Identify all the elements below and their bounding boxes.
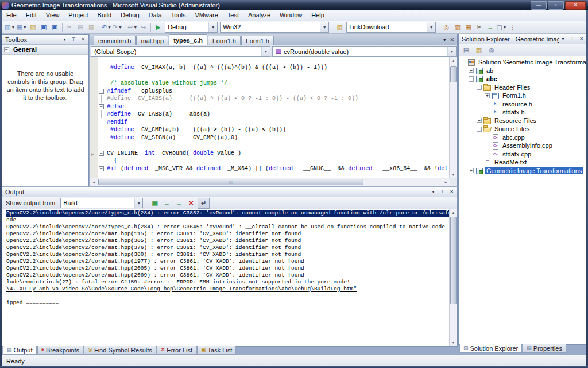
window-position-button[interactable]: ▾ xyxy=(61,36,68,43)
member-combo[interactable]: cvRound(double value) ▼ xyxy=(272,46,457,57)
build-tools-button[interactable]: ✂ xyxy=(474,22,485,33)
search-scope-button[interactable]: ▨ xyxy=(334,22,345,33)
tree-item-readme-txt[interactable]: ReadMe.txt xyxy=(459,158,587,167)
restore-button[interactable]: ▫ xyxy=(548,1,564,10)
panel-tab-error-list[interactable]: ✕Error List xyxy=(157,346,196,355)
output-source-combo[interactable]: Build ▼ xyxy=(60,198,143,208)
window-position-button[interactable]: ▾ xyxy=(559,36,567,43)
view-class-diagram-button[interactable]: ◎ xyxy=(486,45,497,55)
scroll-left-icon[interactable]: ◄ xyxy=(90,178,98,186)
menu-vmware[interactable]: VMware xyxy=(190,10,222,21)
close-button[interactable]: ✕ xyxy=(565,1,586,10)
property-pages-button[interactable]: ▦ xyxy=(463,22,474,33)
chevron-down-icon[interactable]: ▼ xyxy=(118,25,122,29)
tree-item-solution-geometric-image-transformations-3[interactable]: Solution 'Geometric Image Transformation… xyxy=(459,58,587,67)
tree-item-resource-h[interactable]: resource.h xyxy=(459,100,587,109)
chevron-down-icon[interactable]: ▼ xyxy=(11,25,15,29)
chevron-down-icon[interactable]: ▼ xyxy=(23,25,27,29)
close-button[interactable]: ✕ xyxy=(448,189,455,195)
panel-tab-solution-explorer[interactable]: ▧Solution Explorer xyxy=(459,344,522,353)
navigate-forward-button[interactable]: ↪ xyxy=(138,22,149,33)
panel-tab-task-list[interactable]: ▣Task List xyxy=(197,346,236,355)
tree-item-assemblyinfo-cpp[interactable]: AssemblyInfo.cpp xyxy=(459,141,587,150)
expand-icon[interactable]: + xyxy=(477,118,482,123)
tab-form1-h[interactable]: Form1.h xyxy=(208,36,241,45)
collapse-icon[interactable]: − xyxy=(4,47,9,52)
next-message-button[interactable]: → xyxy=(173,198,184,208)
minimize-button[interactable]: — xyxy=(531,1,547,10)
menu-edit[interactable]: Edit xyxy=(21,10,41,21)
paste-button[interactable]: ▧ xyxy=(86,22,97,33)
output-link-line[interactable]: \4. Xu Ly Anh Va Video So\Code\Source Co… xyxy=(6,286,450,293)
scrollbar-thumb[interactable] xyxy=(450,66,457,82)
new-project-button[interactable]: ▥▼ xyxy=(4,22,16,33)
properties-button[interactable]: ▤ xyxy=(461,45,472,55)
pin-icon[interactable]: ⊤ xyxy=(439,189,446,195)
menu-project[interactable]: Project xyxy=(64,10,92,21)
tree-item-abc-cpp[interactable]: abc.cpp xyxy=(459,133,587,142)
pin-icon[interactable]: ⊤ xyxy=(568,36,576,43)
cut-button[interactable]: ✂ xyxy=(64,22,75,33)
solution-platforms-combo[interactable]: Win32 ▼ xyxy=(220,22,329,33)
output-vertical-scrollbar[interactable]: ▲ ▼ xyxy=(449,209,457,346)
toolbar-options-button[interactable]: ⋮ xyxy=(508,22,519,33)
chevron-down-icon[interactable]: ▼ xyxy=(261,47,270,56)
code-editor[interactable]: #define CV_IMAX(a, b) ((a) ^ (((a)^(b)) … xyxy=(90,57,450,178)
document-list-icon[interactable]: ▾ xyxy=(443,37,446,43)
scroll-up-icon[interactable]: ▲ xyxy=(450,209,457,216)
goto-message-button[interactable]: ▣ xyxy=(149,198,160,208)
solution-configurations-combo[interactable]: Debug ▼ xyxy=(165,22,218,33)
show-all-files-button[interactable]: ▧ xyxy=(473,45,485,55)
chevron-down-icon[interactable]: ▼ xyxy=(427,22,435,32)
expand-icon[interactable]: + xyxy=(469,168,474,173)
collapse-icon[interactable]: − xyxy=(477,126,482,132)
save-button[interactable]: ▣ xyxy=(38,22,49,33)
menu-tools[interactable]: Tools xyxy=(167,10,191,21)
expand-icon[interactable]: + xyxy=(485,93,490,98)
fold-collapse-icon[interactable]: − xyxy=(99,89,104,94)
tree-item-form1-h[interactable]: +Form1.h xyxy=(459,91,587,100)
panel-tab-find-symbol-results[interactable]: ◎Find Symbol Results xyxy=(84,346,156,355)
close-button[interactable]: ✕ xyxy=(578,36,585,43)
chevron-down-icon[interactable]: ▼ xyxy=(447,47,456,56)
output-text-area[interactable]: OpenCV2.2\include\opencv2/core/types_c.h… xyxy=(2,209,450,346)
tree-item-stdafx-cpp[interactable]: stdafx.cpp xyxy=(459,150,587,159)
editor-horizontal-scrollbar[interactable]: ◄ ||| ► xyxy=(90,178,450,186)
add-new-item-button[interactable]: ▦▼ xyxy=(16,22,27,33)
import-export-button[interactable]: → xyxy=(485,22,496,33)
solution-explorer-window-button[interactable]: ▧ xyxy=(452,22,463,33)
copy-button[interactable]: ▤ xyxy=(75,22,86,33)
menu-view[interactable]: View xyxy=(41,10,64,21)
tree-item-source-files[interactable]: −Source Files xyxy=(459,125,587,133)
menu-file[interactable]: File xyxy=(2,10,21,21)
find-symbol-button[interactable]: ◎ xyxy=(441,22,452,33)
tab-types-c-h[interactable]: types_c.h xyxy=(169,34,207,45)
window-position-button[interactable]: ▾ xyxy=(430,189,437,195)
menu-help[interactable]: Help xyxy=(307,10,329,21)
tree-item-abc[interactable]: −abc xyxy=(459,75,587,83)
navigate-backward-button[interactable]: ↩▼ xyxy=(127,22,138,33)
undo-button[interactable]: ↶▼ xyxy=(101,22,112,33)
scope-combo[interactable]: (Global Scope) ▼ xyxy=(91,46,270,57)
output-title-bar[interactable]: Output ▾⊤✕ xyxy=(2,187,457,197)
find-combo[interactable]: LinkDownload ▼ xyxy=(346,22,436,33)
chevron-down-icon[interactable]: ▼ xyxy=(320,22,328,32)
scrollbar-thumb[interactable] xyxy=(450,217,457,304)
previous-message-button[interactable]: ← xyxy=(161,198,172,208)
tree-item-resource-files[interactable]: +Resource Files xyxy=(459,117,587,125)
redo-button[interactable]: ↷▼ xyxy=(112,22,123,33)
toggle-word-wrap-button[interactable]: ↵ xyxy=(198,198,210,209)
expand-icon[interactable]: + xyxy=(469,68,474,73)
menu-analyze[interactable]: Analyze xyxy=(243,10,275,21)
tree-item-stdafx-h[interactable]: stdafx.h xyxy=(459,108,587,117)
clear-all-button[interactable]: ✕ xyxy=(185,198,196,208)
chevron-down-icon[interactable]: ▼ xyxy=(208,22,217,32)
panel-tab-properties[interactable]: ▤Properties xyxy=(523,344,566,353)
open-file-button[interactable]: ▨ xyxy=(28,22,38,33)
close-document-icon[interactable]: ✕ xyxy=(450,37,454,43)
solution-explorer-title-bar[interactable]: Solution Explorer - Geometric Image Tra.… xyxy=(459,34,587,44)
pin-icon[interactable]: ⊤ xyxy=(70,36,78,43)
menu-test[interactable]: Test xyxy=(223,10,243,21)
menu-data[interactable]: Data xyxy=(144,10,167,21)
fold-collapse-icon[interactable]: − xyxy=(99,104,104,109)
